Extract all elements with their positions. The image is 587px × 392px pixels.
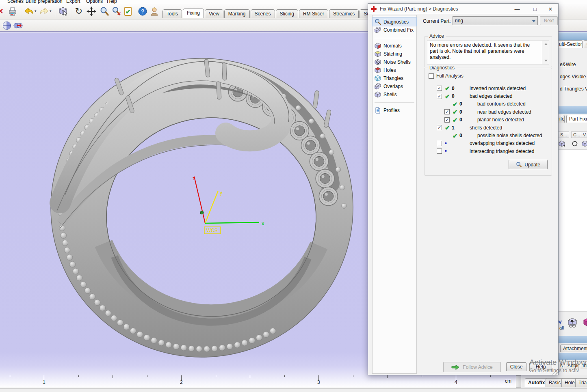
maximize-icon[interactable]: □ bbox=[531, 5, 539, 13]
sidebar-item-normals[interactable]: Normals bbox=[373, 42, 416, 50]
fix-wizard-icon[interactable] bbox=[148, 5, 160, 17]
sidebar-item-label: Stitching bbox=[383, 51, 402, 57]
cube-glasses-icon[interactable] bbox=[567, 317, 578, 329]
verify-icon[interactable]: ✔ bbox=[122, 5, 134, 17]
diag-row-overlapping-triangles[interactable]: •overlapping triangles detected bbox=[428, 140, 548, 147]
tab-rm-slicer[interactable]: RM Slicer bbox=[299, 9, 328, 18]
rotate-icon[interactable]: ↻ bbox=[73, 5, 85, 17]
column-header-v[interactable]: V... bbox=[581, 131, 587, 138]
tab-scenes[interactable]: Scenes bbox=[251, 9, 275, 18]
tab-slicing[interactable]: Slicing bbox=[276, 9, 298, 18]
sidebar-item-stitching[interactable]: Stitching bbox=[373, 50, 416, 58]
sidebar-item-label: Holes bbox=[383, 67, 396, 73]
fix-wizard-dialog: Fix Wizard (Part: ring) > Diagnostics — … bbox=[368, 3, 559, 375]
full-analysis-row[interactable]: Full Analysis bbox=[429, 73, 464, 79]
checkbox[interactable] bbox=[437, 141, 442, 146]
sidebar-item-label: Combined Fix bbox=[383, 27, 414, 33]
holes-cube-icon bbox=[375, 67, 381, 74]
checkbox[interactable]: ✓ bbox=[444, 109, 450, 114]
sidebar-item-diagnostics[interactable]: Diagnostics bbox=[373, 18, 416, 26]
follow-advice-button[interactable]: Follow Advice bbox=[443, 362, 501, 372]
view-sphere-icon[interactable] bbox=[2, 20, 12, 31]
sidebar-item-overlaps[interactable]: Overlaps bbox=[373, 82, 416, 90]
minimize-icon[interactable]: — bbox=[513, 5, 521, 13]
count: 0 bbox=[459, 101, 465, 107]
tab-attachments[interactable]: Attachments bbox=[560, 345, 587, 352]
advice-scrollbar[interactable] bbox=[542, 41, 549, 64]
diag-row-intersecting-triangles[interactable]: •intersecting triangles detected bbox=[428, 147, 548, 155]
help-button[interactable]: Help bbox=[529, 362, 552, 371]
tab-general[interactable]: G bbox=[584, 40, 587, 48]
sidebar-item-shells[interactable]: Shells bbox=[373, 90, 416, 99]
row-label: bad edges detected bbox=[470, 93, 512, 99]
checkbox[interactable]: ✓ bbox=[437, 86, 442, 91]
print-icon[interactable] bbox=[6, 5, 19, 17]
shaded-cube-icon[interactable] bbox=[559, 140, 565, 148]
sidebar-item-label: Normals bbox=[383, 43, 402, 49]
tab-multi-section[interactable]: ulti-Section bbox=[556, 40, 583, 48]
triangles-cube-icon bbox=[375, 75, 381, 82]
redo-dropdown-icon[interactable]: ▾ bbox=[50, 9, 52, 13]
scroll-up-icon[interactable] bbox=[544, 43, 548, 45]
render-mode-shade-wire[interactable]: e&Wire bbox=[560, 62, 576, 67]
checkbox[interactable]: ✓ bbox=[437, 125, 442, 130]
diag-row-planar-holes[interactable]: ✓✔0planar holes detected bbox=[428, 116, 548, 124]
checkbox[interactable]: ✓ bbox=[437, 94, 442, 99]
menu-build-preparation[interactable]: Build preparation bbox=[26, 0, 63, 4]
sidebar-item-holes[interactable]: Holes bbox=[373, 66, 416, 74]
tab-part-fixing[interactable]: Part Fixi.. bbox=[566, 115, 587, 123]
diag-row-inverted-normals[interactable]: ✓✔0inverted normals detected bbox=[428, 84, 548, 92]
sidebar-item-triangles[interactable]: Triangles bbox=[373, 74, 416, 82]
menu-scenes[interactable]: Scenes bbox=[7, 0, 24, 4]
visible-cube-icon[interactable] bbox=[582, 140, 587, 148]
ruler-label-2: 2 bbox=[180, 379, 183, 385]
sidebar-item-noise-shells[interactable]: Noise Shells bbox=[373, 58, 416, 66]
tab-view[interactable]: View bbox=[205, 9, 223, 18]
tab-info[interactable]: Info bbox=[580, 362, 587, 369]
tab-fixing[interactable]: Fixing bbox=[183, 9, 204, 18]
row-label: overlapping triangles detected bbox=[470, 140, 535, 146]
undo-icon[interactable] bbox=[23, 5, 35, 17]
current-part-select[interactable]: ring bbox=[453, 16, 538, 25]
option-marked-triangles-visible[interactable]: d Triangles Visib bbox=[560, 86, 587, 92]
option-edges-visible[interactable]: dges Visible bbox=[560, 74, 586, 80]
ruler-unit: cm bbox=[505, 378, 511, 384]
next-button[interactable]: Next bbox=[540, 16, 558, 25]
overlaps-cube-icon bbox=[375, 83, 381, 90]
scroll-down-icon[interactable] bbox=[544, 60, 548, 62]
tab-tools[interactable]: Tools bbox=[162, 9, 182, 18]
tab-autofix[interactable]: Autofix bbox=[525, 378, 548, 387]
checkbox[interactable] bbox=[437, 149, 442, 154]
help-icon[interactable]: ? bbox=[136, 5, 149, 17]
checkbox[interactable]: ✓ bbox=[444, 117, 450, 123]
pan-icon[interactable] bbox=[85, 5, 97, 17]
link-parts-icon[interactable] bbox=[13, 20, 24, 31]
menu-options[interactable]: Options bbox=[86, 0, 103, 4]
tab-triangle[interactable]: Triangle bbox=[575, 378, 587, 387]
undo-dropdown-icon[interactable]: ▾ bbox=[35, 9, 37, 13]
diag-row-shells[interactable]: ✓✔1shells detected bbox=[428, 124, 548, 131]
tab-streamics[interactable]: Streamics bbox=[329, 9, 359, 18]
menu-help[interactable]: Help bbox=[107, 0, 117, 4]
zoom-in-icon[interactable] bbox=[98, 5, 110, 17]
radio-circle-icon[interactable] bbox=[572, 141, 578, 148]
check-icon: ✔ bbox=[453, 101, 459, 108]
dialog-title-bar[interactable]: Fix Wizard (Part: ring) > Diagnostics — … bbox=[368, 4, 558, 14]
diag-row-near-bad-edges[interactable]: ✓✔0near bad edges detected bbox=[428, 108, 548, 116]
diag-row-bad-edges[interactable]: ✓✔0bad edges detected bbox=[428, 92, 548, 100]
close-red-icon[interactable]: ✕ bbox=[0, 5, 6, 17]
tab-angle[interactable]: Angle bbox=[565, 362, 578, 369]
full-analysis-checkbox[interactable] bbox=[429, 73, 434, 79]
column-header-s[interactable]: S... bbox=[558, 131, 569, 138]
update-button[interactable]: Update bbox=[509, 160, 548, 169]
sidebar-item-combined-fix[interactable]: Combined Fix bbox=[373, 26, 416, 34]
select-part-icon[interactable] bbox=[57, 5, 69, 17]
menu-export[interactable]: Export bbox=[66, 0, 80, 4]
vertical-scrollbar[interactable] bbox=[516, 375, 521, 388]
redo-icon[interactable] bbox=[38, 5, 50, 17]
sidebar-item-profiles[interactable]: Profiles bbox=[373, 106, 416, 114]
close-icon[interactable]: ✕ bbox=[547, 5, 554, 13]
tab-marking[interactable]: Marking bbox=[224, 9, 250, 18]
magenta-cube-icon[interactable] bbox=[583, 317, 587, 329]
close-button[interactable]: Close bbox=[506, 362, 526, 371]
